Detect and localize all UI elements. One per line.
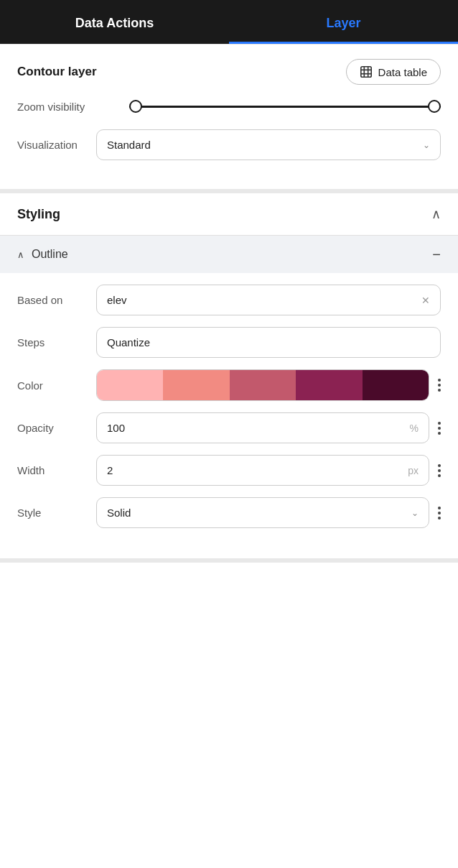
outline-label: Outline	[32, 248, 68, 261]
outline-header: ∧ Outline −	[0, 236, 458, 273]
tab-data-actions-label: Data Actions	[75, 16, 154, 30]
steps-input[interactable]: Quantize	[96, 327, 441, 358]
outline-remove-icon[interactable]: −	[432, 247, 441, 262]
styling-title: Styling	[17, 207, 60, 222]
opacity-label: Opacity	[17, 422, 96, 434]
zoom-slider[interactable]	[129, 99, 441, 114]
swatch-2	[163, 370, 229, 400]
contour-header-row: Contour layer Data table	[17, 59, 441, 85]
contour-layer-label: Contour layer	[17, 65, 97, 79]
color-label: Color	[17, 379, 96, 392]
opacity-row: Opacity 100 %	[17, 412, 441, 443]
style-select[interactable]: Solid ⌄	[96, 497, 429, 528]
swatch-4	[296, 370, 362, 400]
outline-left: ∧ Outline	[17, 248, 68, 261]
steps-value: Quantize	[107, 336, 150, 348]
width-input[interactable]: 2 px	[96, 455, 429, 486]
tab-data-actions[interactable]: Data Actions	[0, 0, 229, 44]
svg-rect-0	[360, 67, 370, 77]
styling-collapse-icon[interactable]: ∧	[431, 206, 441, 222]
width-suffix: px	[408, 465, 419, 476]
opacity-input[interactable]: 100 %	[96, 412, 429, 443]
width-value: 2	[107, 464, 113, 476]
style-chevron-icon: ⌄	[411, 508, 419, 518]
color-row: Color	[17, 369, 441, 401]
style-more-options-icon[interactable]	[438, 507, 441, 520]
zoom-slider-thumb-left[interactable]	[129, 100, 142, 113]
based-on-value: elev	[107, 294, 127, 306]
styling-section: Styling ∧ ∧ Outline − Based on elev ✕	[0, 193, 458, 563]
swatch-3	[230, 370, 296, 400]
steps-label: Steps	[17, 336, 96, 348]
data-table-button[interactable]: Data table	[346, 59, 441, 85]
data-table-btn-label: Data table	[378, 66, 427, 78]
zoom-label: Zoom visibility	[17, 101, 118, 113]
fields-area: Based on elev ✕ Steps Quantize Color	[0, 273, 458, 551]
swatch-5	[363, 370, 429, 400]
bottom-divider	[0, 558, 458, 563]
visualization-label: Visualization	[17, 139, 96, 151]
based-on-row: Based on elev ✕	[17, 285, 441, 315]
based-on-label: Based on	[17, 294, 96, 306]
visualization-select[interactable]: Standard ⌄	[96, 129, 441, 160]
width-label: Width	[17, 464, 96, 476]
style-row: Style Solid ⌄	[17, 497, 441, 528]
visualization-chevron-icon: ⌄	[423, 140, 430, 150]
tabs-bar: Data Actions Layer	[0, 0, 458, 45]
opacity-suffix: %	[410, 423, 419, 434]
grid-icon	[360, 65, 373, 78]
color-swatch[interactable]	[96, 369, 429, 401]
steps-row: Steps Quantize	[17, 327, 441, 358]
zoom-slider-track	[129, 106, 441, 108]
based-on-clear-icon[interactable]: ✕	[421, 295, 430, 306]
zoom-visibility-row: Zoom visibility	[17, 99, 441, 114]
style-value: Solid	[107, 507, 131, 519]
visualization-row: Visualization Standard ⌄	[17, 129, 441, 160]
width-row: Width 2 px	[17, 455, 441, 486]
opacity-value: 100	[107, 422, 125, 434]
main-content: Contour layer Data table Zoom visibility	[0, 45, 458, 563]
tab-layer-label: Layer	[326, 16, 360, 30]
color-more-options-icon[interactable]	[438, 379, 441, 392]
contour-section: Contour layer Data table Zoom visibility	[0, 45, 458, 193]
zoom-slider-thumb-right[interactable]	[428, 100, 441, 113]
visualization-value: Standard	[107, 139, 151, 151]
outline-chevron-icon[interactable]: ∧	[17, 249, 24, 260]
tab-layer[interactable]: Layer	[229, 0, 458, 44]
swatch-1	[97, 370, 163, 400]
based-on-input[interactable]: elev ✕	[96, 285, 441, 315]
width-more-options-icon[interactable]	[438, 464, 441, 477]
opacity-more-options-icon[interactable]	[438, 422, 441, 435]
styling-header: Styling ∧	[0, 193, 458, 236]
style-label: Style	[17, 507, 96, 519]
